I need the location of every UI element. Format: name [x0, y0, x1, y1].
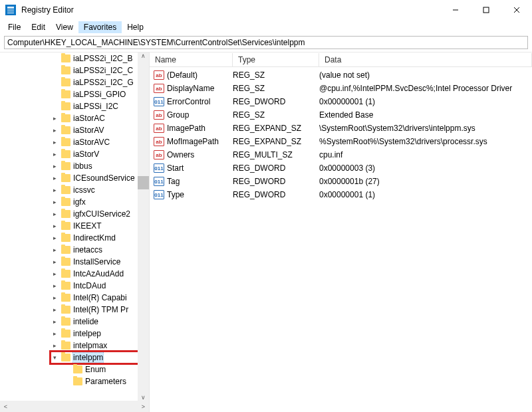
- tree-item[interactable]: ▸ibbus: [51, 160, 149, 172]
- value-row[interactable]: 011StartREG_DWORD0x00000003 (3): [150, 161, 532, 175]
- tree-item[interactable]: ▸intelpep: [51, 328, 149, 340]
- tree-pane: iaLPSS2i_I2C_BiaLPSS2i_I2C_CiaLPSS2i_I2C…: [0, 52, 150, 412]
- tree-item[interactable]: ▸icssvc: [51, 184, 149, 196]
- tree-view[interactable]: iaLPSS2i_I2C_BiaLPSS2i_I2C_CiaLPSS2i_I2C…: [0, 52, 149, 401]
- expand-icon[interactable]: ▸: [51, 318, 59, 325]
- expand-icon[interactable]: ▸: [51, 199, 59, 205]
- value-type: REG_DWORD: [233, 190, 319, 199]
- tree-item[interactable]: ▸IKEEXT: [51, 220, 149, 232]
- folder-icon: [61, 66, 70, 74]
- menu-view[interactable]: View: [51, 21, 78, 33]
- tree-item[interactable]: ▸iaStorAC: [51, 112, 149, 124]
- scroll-up-icon[interactable]: ∧: [138, 52, 149, 59]
- tree-item-label: IntcAzAudAdd: [73, 269, 124, 278]
- tree-item[interactable]: ▸ICEsoundService: [51, 172, 149, 184]
- tree-item[interactable]: iaLPSS2i_I2C_B: [51, 52, 149, 64]
- expand-icon[interactable]: ▸: [51, 330, 59, 337]
- tree-item-label: IntcDAud: [73, 281, 106, 290]
- value-row[interactable]: abOwnersREG_MULTI_SZcpu.inf: [150, 148, 532, 161]
- tree-item[interactable]: ▸igfxCUIService2: [51, 208, 149, 220]
- expand-icon[interactable]: ▸: [51, 306, 59, 313]
- value-row[interactable]: abGroupREG_SZExtended Base: [150, 108, 532, 122]
- value-name: Type: [167, 190, 233, 199]
- tree-item[interactable]: ▸iaStorAVC: [51, 136, 149, 148]
- tree-item[interactable]: ▸IndirectKmd: [51, 232, 149, 244]
- value-data: 0x00000003 (3): [319, 163, 532, 173]
- value-row[interactable]: 011TagREG_DWORD0x0000001b (27): [150, 175, 532, 188]
- value-name: Start: [167, 163, 233, 173]
- expand-icon[interactable]: ▸: [51, 139, 59, 146]
- tree-item[interactable]: ▸intelpmax: [51, 340, 149, 352]
- value-row[interactable]: ab(Default)REG_SZ(value not set): [150, 68, 532, 82]
- tree-item[interactable]: iaLPSS2i_I2C_C: [51, 64, 149, 76]
- value-row[interactable]: abDisplayNameREG_SZ@cpu.inf,%IntelPPM.Sv…: [150, 82, 532, 95]
- tree-item[interactable]: iaLPSS2i_I2C_G: [51, 76, 149, 88]
- tree-item[interactable]: ▾intelppm: [51, 352, 149, 363]
- scroll-right-icon[interactable]: >: [138, 403, 149, 410]
- column-data[interactable]: Data: [319, 53, 532, 67]
- tree-item[interactable]: ▸Intel(R) TPM Pr: [51, 304, 149, 316]
- value-row[interactable]: abImagePathREG_EXPAND_SZ\SystemRoot\Syst…: [150, 122, 532, 135]
- expand-icon[interactable]: ▸: [51, 258, 59, 265]
- tree-item[interactable]: ▸iaStorAV: [51, 124, 149, 136]
- expand-icon[interactable]: ▸: [51, 342, 59, 349]
- expand-icon[interactable]: ▸: [51, 247, 59, 253]
- tree-item[interactable]: ▸Intel(R) Capabi: [51, 292, 149, 304]
- address-bar[interactable]: Computer\HKEY_LOCAL_MACHINE\SYSTEM\Curre…: [4, 36, 528, 49]
- tree-item[interactable]: ▸intelide: [51, 316, 149, 328]
- scroll-down-icon[interactable]: ∨: [138, 394, 149, 401]
- tree-item[interactable]: Enum: [63, 363, 149, 375]
- value-name: ImagePath: [167, 124, 233, 133]
- expand-icon[interactable]: ▸: [51, 270, 59, 277]
- menu-help[interactable]: Help: [122, 21, 149, 33]
- folder-icon: [61, 306, 70, 314]
- dword-value-icon: 011: [154, 163, 164, 173]
- folder-icon: [61, 270, 70, 278]
- tree-item[interactable]: ▸iaStorV: [51, 148, 149, 160]
- values-list[interactable]: ab(Default)REG_SZ(value not set)abDispla…: [150, 67, 532, 201]
- tree-item[interactable]: iaLPSSi_I2C: [51, 100, 149, 112]
- close-button[interactable]: [501, 0, 532, 20]
- folder-icon: [61, 78, 70, 86]
- expand-icon[interactable]: ▸: [51, 115, 59, 122]
- tree-item[interactable]: ▸IntcAzAudAdd: [51, 268, 149, 280]
- tree-item[interactable]: ▸IntcDAud: [51, 280, 149, 292]
- column-name[interactable]: Name: [150, 53, 233, 67]
- column-type[interactable]: Type: [233, 53, 319, 67]
- string-value-icon: ab: [154, 110, 164, 120]
- folder-icon: [61, 198, 70, 206]
- tree-item[interactable]: ▸inetaccs: [51, 244, 149, 256]
- expand-icon[interactable]: ▸: [51, 223, 59, 229]
- tree-vertical-scrollbar[interactable]: ∧ ∨: [138, 52, 149, 401]
- expand-icon[interactable]: ▸: [51, 163, 59, 169]
- value-row[interactable]: abMofImagePathREG_EXPAND_SZ%SystemRoot%\…: [150, 135, 532, 148]
- scroll-left-icon[interactable]: <: [0, 403, 11, 410]
- value-data: 0x00000001 (1): [319, 97, 532, 106]
- minimize-button[interactable]: [440, 0, 471, 20]
- expand-icon[interactable]: ▸: [51, 282, 59, 289]
- main-area: iaLPSS2i_I2C_BiaLPSS2i_I2C_CiaLPSS2i_I2C…: [0, 52, 532, 412]
- expand-icon[interactable]: ▸: [51, 235, 59, 241]
- tree-item[interactable]: Parameters: [63, 375, 149, 387]
- expand-icon[interactable]: ▸: [51, 211, 59, 217]
- value-name: (Default): [167, 70, 233, 80]
- expand-icon[interactable]: ▸: [51, 294, 59, 301]
- expand-icon[interactable]: ▸: [51, 127, 59, 134]
- menu-favorites[interactable]: Favorites: [78, 21, 122, 33]
- value-row[interactable]: 011ErrorControlREG_DWORD0x00000001 (1): [150, 95, 532, 108]
- value-row[interactable]: 011TypeREG_DWORD0x00000001 (1): [150, 188, 532, 201]
- expand-icon[interactable]: ▾: [51, 354, 59, 361]
- menu-file[interactable]: File: [3, 21, 26, 33]
- scroll-thumb[interactable]: [138, 176, 149, 189]
- tree-item[interactable]: iaLPSSi_GPIO: [51, 88, 149, 100]
- tree-item[interactable]: ▸InstallService: [51, 256, 149, 268]
- expand-icon[interactable]: ▸: [51, 175, 59, 181]
- tree-item[interactable]: ▸igfx: [51, 196, 149, 208]
- expand-icon[interactable]: ▸: [51, 187, 59, 193]
- tree-item-label: InstallService: [73, 257, 120, 266]
- tree-horizontal-scrollbar[interactable]: < >: [0, 401, 149, 412]
- maximize-button[interactable]: [471, 0, 501, 20]
- menu-edit[interactable]: Edit: [26, 21, 51, 33]
- tree-item-label: iaStorAVC: [73, 138, 110, 147]
- expand-icon[interactable]: ▸: [51, 151, 59, 157]
